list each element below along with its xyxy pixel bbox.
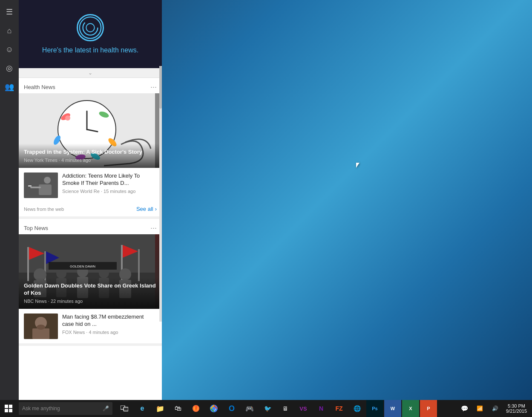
svg-rect-46	[5, 409, 8, 412]
twitter-icon[interactable]: 🐦	[259, 400, 276, 417]
news-from-web-label: News from the web	[24, 207, 64, 212]
see-all-chevron-icon: ›	[155, 206, 157, 212]
see-all-link[interactable]: See all ›	[136, 206, 157, 212]
sidebar-people-icon[interactable]: 👥	[1, 78, 18, 95]
cortana-content[interactable]: Health News ···	[19, 78, 162, 400]
svg-point-8	[65, 115, 70, 121]
taskbar: Ask me anything 🎤 e 📁 🛍	[0, 400, 532, 417]
mouse-cursor	[356, 163, 359, 168]
sidebar-home-icon[interactable]: ⌂	[1, 22, 18, 39]
visual-studio-icon[interactable]: VS	[295, 400, 312, 417]
svg-rect-47	[9, 409, 12, 412]
cortana-header: Here's the latest in health news.	[19, 0, 162, 68]
top-news-article-source: FOX News · 4 minutes ago	[62, 330, 157, 335]
health-news-header: Health News ···	[19, 78, 162, 93]
top-news-featured-title: Golden Dawn Doubles Vote Share on Greek …	[24, 282, 157, 297]
svg-text:GOLDEN DAWN: GOLDEN DAWN	[70, 265, 95, 268]
sidebar-notebook-icon[interactable]: ☺	[1, 41, 18, 58]
cortana-logo	[77, 14, 104, 41]
microphone-icon[interactable]: 🎤	[103, 405, 109, 411]
filezilla-icon[interactable]: FZ	[331, 400, 348, 417]
taskbar-search-bar[interactable]: Ask me anything 🎤	[19, 402, 112, 415]
health-article-title: Addiction: Teens More Likely To Smoke If…	[62, 173, 157, 187]
cortana-tagline: Here's the latest in health news.	[42, 46, 138, 54]
wifi-icon[interactable]: 📶	[472, 400, 487, 417]
top-news-featured-article[interactable]: GOLDEN DAWN Golden Dawn Doubles Vote Sha…	[19, 234, 162, 309]
svg-point-15	[44, 177, 51, 184]
scroll-indicator[interactable]: ⌄	[19, 68, 162, 78]
sidebar-menu-icon[interactable]: ☰	[1, 3, 18, 20]
taskbar-clock[interactable]: 5:30 PM 9/21/2015	[503, 400, 530, 417]
volume-icon[interactable]: 🔊	[487, 400, 503, 417]
health-article-info: Addiction: Teens More Likely To Smoke If…	[62, 173, 157, 198]
svg-rect-44	[5, 405, 8, 408]
store-icon[interactable]: 🛍	[170, 400, 187, 417]
sidebar-reminders-icon[interactable]: ◎	[1, 60, 18, 77]
excel-icon[interactable]: X	[402, 400, 419, 417]
top-news-more-button[interactable]: ···	[150, 224, 157, 232]
top-news-article-item[interactable]: Man facing $8.7M embezzlement case hid o…	[19, 309, 162, 343]
taskbar-icons-group: e 📁 🛍 O 🎮 🐦 🖥 VS N FZ 🌐	[116, 400, 437, 417]
svg-rect-17	[30, 187, 41, 188]
panel-scrollbar[interactable]	[159, 66, 162, 322]
svg-point-43	[37, 325, 45, 330]
word-icon[interactable]: W	[384, 400, 401, 417]
top-news-title: Top News	[24, 225, 48, 231]
see-all-row: News from the web See all ›	[19, 202, 162, 216]
cortana-sidebar: ☰ ⌂ ☺ ◎ 👥	[0, 0, 19, 400]
health-news-section: Health News ···	[19, 78, 162, 219]
taskbar-search-label: Ask me anything	[22, 405, 103, 411]
health-featured-source: New York Times · 4 minutes ago	[24, 158, 157, 163]
top-news-section: Top News ···	[19, 219, 162, 346]
cortana-panel: ☰ ⌂ ☺ ◎ 👥 Here's the latest in health ne…	[0, 0, 162, 400]
start-button[interactable]	[0, 400, 17, 417]
top-news-featured-source: NBC News · 22 minutes ago	[24, 299, 157, 304]
task-view-button[interactable]	[116, 400, 133, 417]
health-featured-article[interactable]: Trapped in the System: A Sick Doctor's S…	[19, 93, 162, 168]
health-news-more-button[interactable]: ···	[150, 83, 157, 91]
top-news-article-thumb	[24, 313, 58, 339]
svg-point-1	[83, 20, 98, 35]
svg-rect-18	[28, 185, 32, 187]
file-explorer-icon[interactable]: 📁	[152, 400, 169, 417]
top-news-featured-overlay: Golden Dawn Doubles Vote Share on Greek …	[19, 277, 162, 309]
top-news-article-title: Man facing $8.7M embezzlement case hid o…	[62, 313, 157, 328]
health-featured-overlay: Trapped in the System: A Sick Doctor's S…	[19, 144, 162, 168]
svg-rect-21	[27, 247, 29, 281]
health-article-item[interactable]: Addiction: Teens More Likely To Smoke If…	[19, 168, 162, 202]
svg-rect-16	[39, 184, 52, 195]
svg-point-54	[212, 407, 216, 410]
health-featured-title: Trapped in the System: A Sick Doctor's S…	[24, 149, 157, 156]
edge-browser-icon[interactable]: e	[134, 400, 151, 417]
outlook-icon[interactable]: O	[223, 400, 240, 417]
health-article-thumb	[24, 173, 58, 198]
notification-icon[interactable]: 💬	[457, 400, 472, 417]
chrome-icon[interactable]	[205, 400, 222, 417]
clock-time: 5:30 PM	[508, 403, 525, 408]
xbox-icon[interactable]: 🎮	[241, 400, 258, 417]
panel-scrollbar-thumb[interactable]	[159, 66, 162, 109]
remote-desktop-icon[interactable]: 🖥	[277, 400, 294, 417]
svg-rect-45	[9, 405, 12, 408]
top-news-article-info: Man facing $8.7M embezzlement case hid o…	[62, 313, 157, 339]
svg-rect-27	[138, 249, 140, 281]
health-news-title: Health News	[24, 84, 55, 90]
firefox-icon[interactable]	[187, 400, 204, 417]
powerpoint-icon[interactable]: P	[420, 400, 437, 417]
svg-rect-42	[32, 328, 49, 339]
clock-date: 9/21/2015	[506, 408, 527, 414]
taskbar-right-area: 💬 📶 🔊 5:30 PM 9/21/2015	[457, 400, 532, 417]
svg-point-2	[86, 23, 94, 32]
svg-rect-49	[124, 407, 128, 411]
health-article-source: Science World Re · 15 minutes ago	[62, 189, 157, 194]
network-icon[interactable]: 🌐	[348, 400, 365, 417]
onenote-icon[interactable]: N	[313, 400, 330, 417]
photoshop-icon[interactable]: Ps	[366, 400, 383, 417]
top-news-header: Top News ···	[19, 219, 162, 234]
